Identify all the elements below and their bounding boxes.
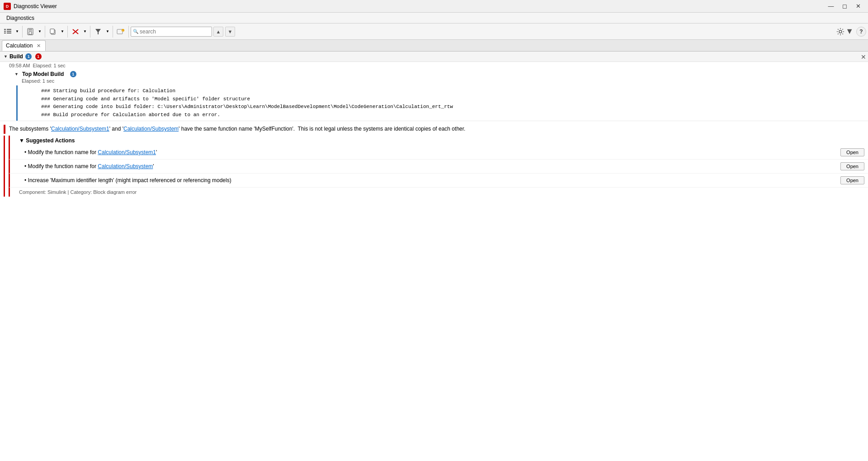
action-link-1[interactable]: Calculation/Subsystem1 [98, 149, 156, 155]
error-bar [4, 125, 5, 134]
code-block: ### Starting build procedure for: Calcul… [16, 85, 868, 121]
toolbar-group-4: ▼ [70, 26, 90, 38]
action-item-3: • Increase 'Maximum identifier length' (… [9, 174, 868, 188]
action-item-2: • Modify the function name for Calculati… [9, 160, 868, 174]
settings-button[interactable]: ▼ [835, 26, 855, 37]
maximize-button[interactable]: ◻ [838, 1, 851, 11]
search-input[interactable] [140, 28, 203, 35]
code-line-3: ### Generating code into build folder: C… [41, 103, 864, 111]
svg-rect-5 [7, 33, 11, 33]
tab-close-button[interactable]: ✕ [35, 42, 42, 49]
tab-label: Calculation [6, 42, 33, 49]
app-title: Diagnostic Viewer [14, 3, 57, 9]
toolbar-dropdown-3[interactable]: ▼ [59, 26, 66, 38]
error-link-subsystem[interactable]: Calculation/Subsystem [123, 126, 179, 132]
toolbar-group-5: ▼ [92, 26, 113, 38]
tab-calculation[interactable]: Calculation ✕ [2, 40, 46, 51]
error-message: The subsystems 'Calculation/Subsystem1' … [9, 125, 864, 133]
app-icon: D [4, 3, 11, 10]
toolbar-btn-copy[interactable] [47, 26, 59, 38]
action-prefix-2: Modify the function name for [28, 163, 98, 169]
code-line-2: ### Generating code and artifacts to 'Mo… [41, 95, 864, 103]
build-close-button[interactable]: ✕ [861, 53, 866, 61]
error-section: The subsystems 'Calculation/Subsystem1' … [0, 121, 868, 136]
close-button[interactable]: ✕ [852, 1, 864, 11]
action-text-1: • Modify the function name for Calculati… [24, 149, 840, 155]
action-text-3-content: Increase 'Maximum identifier length' (mi… [28, 177, 231, 183]
toolbar-btn-special[interactable]: ! [115, 26, 127, 38]
toolbar-btn-list[interactable] [2, 26, 14, 38]
toolbar-group-6: ! [115, 26, 129, 38]
toolbar-dropdown-5[interactable]: ▼ [104, 26, 111, 38]
help-button[interactable]: ? [856, 27, 866, 37]
action-text-2: • Modify the function name for Calculati… [24, 163, 840, 169]
build-timestamp: 09:58 AM Elapsed: 1 sec [0, 62, 868, 69]
svg-rect-7 [28, 28, 32, 31]
code-line-4: ### Build procedure for Calculation abor… [41, 111, 864, 119]
window-controls: ― ◻ ✕ [825, 1, 864, 11]
build-error-badge: 1 [35, 53, 42, 60]
search-box[interactable]: 🔍 [131, 27, 212, 37]
tab-bar: Calculation ✕ [0, 40, 868, 52]
build-info-badge: 1 [25, 53, 32, 60]
title-bar-left: D Diagnostic Viewer [4, 3, 57, 10]
open-button-1[interactable]: Open [840, 148, 864, 156]
build-label: Build [9, 53, 23, 60]
title-bar: D Diagnostic Viewer ― ◻ ✕ [0, 0, 868, 13]
action-item-1: • Modify the function name for Calculati… [9, 146, 868, 160]
actions-container: ▼ Suggested Actions • Modify the functio… [4, 136, 868, 197]
menu-bar: Diagnostics [0, 13, 868, 24]
svg-rect-4 [4, 33, 6, 33]
toolbar-dropdown-2[interactable]: ▼ [37, 26, 43, 38]
toolbar: ▼ ▼ ▼ ▼ ▼ ! 🔍 [0, 24, 868, 40]
toolbar-group-1: ▼ [2, 26, 23, 38]
svg-rect-3 [7, 31, 11, 32]
search-icon: 🔍 [133, 29, 138, 34]
code-line-1: ### Starting build procedure for: Calcul… [41, 87, 864, 95]
main-content: ▼ Build 1 1 ✕ 09:58 AM Elapsed: 1 sec ▼ … [0, 52, 868, 461]
top-model-info-badge: 1 [70, 71, 76, 77]
settings-dropdown-arrow: ▼ [845, 27, 854, 36]
open-button-3[interactable]: Open [840, 176, 864, 184]
toolbar-btn-save[interactable] [24, 26, 36, 38]
open-button-2[interactable]: Open [840, 162, 864, 170]
component-info: Component: Simulink | Category: Block di… [9, 188, 868, 197]
menu-diagnostics[interactable]: Diagnostics [2, 14, 39, 22]
toolbar-dropdown-4[interactable]: ▼ [82, 26, 88, 38]
svg-marker-13 [95, 29, 101, 34]
error-link-subsystem1[interactable]: Calculation/Subsystem1 [51, 126, 109, 132]
nav-down-button[interactable]: ▼ [225, 27, 235, 37]
toolbar-group-2: ▼ [24, 26, 45, 38]
nav-up-button[interactable]: ▲ [213, 27, 223, 37]
svg-rect-10 [50, 29, 54, 33]
toolbar-group-3: ▼ [47, 26, 68, 38]
build-header: ▼ Build 1 1 ✕ [0, 52, 868, 62]
svg-rect-1 [7, 29, 11, 30]
build-expand-icon[interactable]: ▼ [4, 54, 8, 59]
action-prefix-1: Modify the function name for [28, 149, 98, 155]
minimize-button[interactable]: ― [825, 1, 837, 11]
svg-rect-0 [4, 29, 6, 30]
top-model-label: Top Model Build [22, 71, 64, 77]
toolbar-dropdown-1[interactable]: ▼ [14, 26, 20, 38]
top-model-expand-icon[interactable]: ▼ [14, 72, 19, 76]
top-model-build-header: ▼ Top Model Build 1 [0, 69, 868, 78]
toolbar-btn-clear[interactable] [70, 26, 81, 38]
svg-point-17 [839, 30, 842, 33]
svg-rect-8 [29, 32, 32, 34]
suggested-actions-header: ▼ Suggested Actions [9, 136, 868, 146]
action-text-3: • Increase 'Maximum identifier length' (… [24, 177, 840, 183]
top-model-elapsed: Elapsed: 1 sec [0, 78, 868, 85]
action-link-2[interactable]: Calculation/Subsystem [98, 163, 153, 169]
toolbar-btn-filter[interactable] [92, 26, 104, 38]
svg-rect-2 [4, 31, 6, 32]
